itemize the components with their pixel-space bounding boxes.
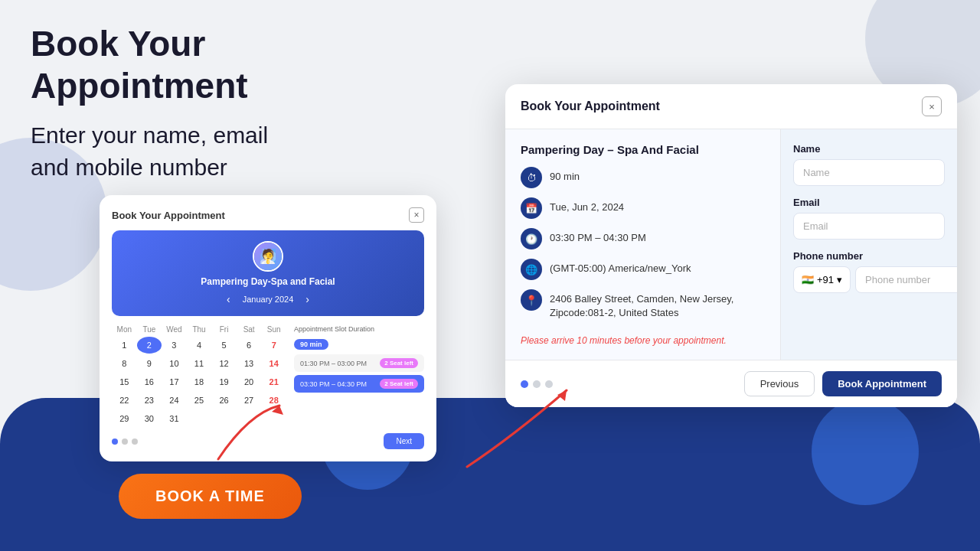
slot-label: Appointment Slot Duration (294, 325, 424, 333)
avatar-image: 🧖 (254, 243, 282, 270)
email-input[interactable] (793, 213, 945, 240)
cal-day-18[interactable]: 18 (187, 373, 212, 390)
phone-code: +91 (817, 274, 834, 285)
widget-month-nav: ‹ January 2024 › (124, 293, 412, 305)
cal-day-17[interactable]: 17 (162, 373, 187, 390)
info-row-address: 📍 2406 Balley Street, Camden, New Jersey… (521, 289, 765, 320)
phone-label: Phone number (793, 250, 945, 262)
cal-day-15[interactable]: 15 (112, 373, 137, 390)
dropdown-icon: ▾ (837, 274, 842, 285)
info-row-duration: ⏱ 90 min (521, 167, 765, 188)
flag-emoji: 🇮🇳 (802, 274, 814, 285)
cal-day-22[interactable]: 22 (112, 392, 137, 409)
slot-duration-badge: 90 min (294, 339, 328, 350)
widget-dots (112, 439, 138, 445)
info-row-date: 📅 Tue, Jun 2, 2024 (521, 197, 765, 219)
page-title: Book Your Appointment (31, 23, 413, 107)
cal-day-8[interactable]: 8 (112, 355, 137, 372)
cal-day-23[interactable]: 23 (137, 392, 162, 409)
arrow-decoration-2 (452, 375, 590, 474)
cal-day-20[interactable]: 20 (237, 373, 262, 390)
widget-dot-1 (112, 439, 118, 445)
cal-day-9[interactable]: 9 (137, 355, 162, 372)
bg-circle-bottom-right (812, 398, 919, 505)
cal-day-11[interactable]: 11 (187, 355, 212, 372)
cal-day-24[interactable]: 24 (162, 392, 187, 409)
cal-day-3[interactable]: 3 (162, 337, 187, 354)
info-duration: 90 min (550, 167, 580, 184)
phone-input[interactable] (855, 266, 957, 293)
info-row-timezone: 🌐 (GMT-05:00) America/new_York (521, 259, 765, 280)
modal-footer-buttons: Previous Book Appointment (744, 371, 942, 396)
previous-button[interactable]: Previous (744, 371, 815, 396)
cal-day-5[interactable]: 5 (211, 337, 237, 354)
cal-day-31[interactable]: 31 (162, 410, 187, 427)
arrow-decoration-1 (203, 398, 295, 474)
widget-service-name: Pampering Day-Spa and Facial (124, 276, 412, 287)
phone-flag-selector[interactable]: 🇮🇳 +91 ▾ (793, 266, 851, 293)
widget-avatar: 🧖 (253, 241, 283, 272)
slot-row-1[interactable]: 01:30 PM – 03:00 PM 2 Seat left (294, 354, 424, 372)
svg-marker-1 (557, 390, 567, 401)
clock-icon: ⏱ (521, 167, 542, 188)
location-icon: 📍 (521, 289, 542, 311)
phone-row: 🇮🇳 +91 ▾ (793, 266, 945, 293)
info-timezone: (GMT-05:00) America/new_York (550, 259, 691, 276)
slot-section: Appointment Slot Duration 90 min 01:30 P… (294, 325, 424, 427)
email-label: Email (793, 197, 945, 208)
cal-day-19[interactable]: 19 (211, 373, 237, 390)
widget-dot-2 (122, 439, 128, 445)
globe-icon: 🌐 (521, 259, 542, 280)
cal-day-29[interactable]: 29 (112, 410, 137, 427)
page-subtitle: Enter your name, emailand mobile number (31, 119, 413, 184)
book-appointment-button[interactable]: Book Appointment (822, 371, 942, 396)
name-label: Name (793, 143, 945, 155)
left-content: Book Your Appointment Enter your name, e… (31, 23, 413, 214)
slot-time-1: 01:30 PM – 03:00 PM (300, 360, 367, 367)
modal-header: Book Your Appointment × (505, 84, 957, 129)
cal-day-16[interactable]: 16 (137, 373, 162, 390)
widget-month-label: January 2024 (243, 295, 294, 304)
cal-day-14[interactable]: 14 (261, 355, 286, 372)
info-time: 03:30 PM – 04:30 PM (550, 228, 646, 245)
info-date: Tue, Jun 2, 2024 (550, 197, 624, 214)
modal-body: Pampering Day – Spa And Facial ⏱ 90 min … (505, 129, 957, 360)
cal-day-10[interactable]: 10 (162, 355, 187, 372)
cal-day-7[interactable]: 7 (261, 337, 286, 354)
cal-day-12[interactable]: 12 (211, 355, 237, 372)
cal-day-4[interactable]: 4 (187, 337, 212, 354)
info-address: 2406 Balley Street, Camden, New Jersey, … (550, 289, 765, 320)
cal-day-21[interactable]: 21 (261, 373, 286, 390)
slot-badge-2: 2 Seat left (380, 379, 418, 389)
widget-title: Book Your Appointment (112, 210, 225, 221)
widget-next-button[interactable]: Next (384, 433, 424, 449)
info-row-time: 🕐 03:30 PM – 04:30 PM (521, 228, 765, 249)
main-modal: Book Your Appointment × Pampering Day – … (505, 84, 957, 407)
calendar-icon: 📅 (521, 197, 542, 219)
modal-title: Book Your Appointment (521, 99, 660, 113)
name-input[interactable] (793, 159, 945, 186)
time-icon: 🕐 (521, 228, 542, 249)
modal-service-name: Pampering Day – Spa And Facial (521, 143, 765, 156)
widget-dot-3 (132, 439, 138, 445)
modal-info-panel: Pampering Day – Spa And Facial ⏱ 90 min … (505, 129, 781, 360)
modal-form-panel: Name Email Phone number 🇮🇳 +91 ▾ (781, 129, 957, 360)
widget-service-banner: 🧖 Pampering Day-Spa and Facial ‹ January… (112, 230, 424, 316)
modal-close-button[interactable]: × (922, 96, 942, 116)
next-month-button[interactable]: › (305, 293, 309, 305)
book-time-button[interactable]: BOOK A TIME (119, 474, 302, 519)
cal-day-13[interactable]: 13 (237, 355, 262, 372)
widget-close-button[interactable]: × (409, 207, 424, 223)
cal-day-1[interactable]: 1 (112, 337, 137, 354)
slot-badge-1: 2 Seat left (380, 358, 418, 368)
slot-time-2: 03:30 PM – 04:30 PM (300, 380, 367, 388)
cal-day-30[interactable]: 30 (137, 410, 162, 427)
widget-header: Book Your Appointment × (112, 207, 424, 223)
slot-row-2[interactable]: 03:30 PM – 04:30 PM 2 Seat left (294, 375, 424, 393)
prev-month-button[interactable]: ‹ (227, 293, 230, 305)
modal-notice: Please arrive 10 minutes before your app… (521, 335, 765, 346)
cal-day-2[interactable]: 2 (137, 337, 162, 354)
calendar-day-headers: Mon Tue Wed Thu Fri Sat Sun (112, 325, 286, 334)
cal-day-6[interactable]: 6 (237, 337, 262, 354)
